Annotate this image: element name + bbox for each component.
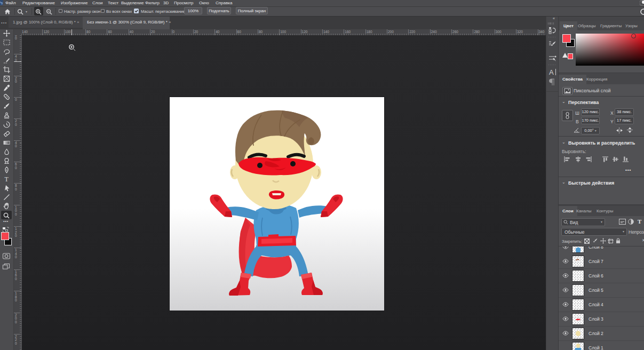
svg-text:A: A [549, 68, 554, 76]
svg-text:Ps: Ps [0, 1, 3, 5]
svg-text:T: T [4, 176, 9, 182]
